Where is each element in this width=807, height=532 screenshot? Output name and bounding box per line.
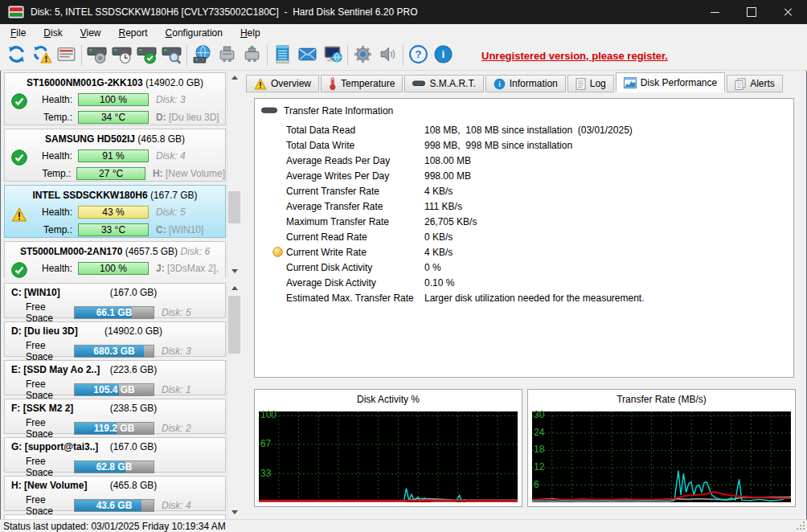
volume-item-2[interactable]: D: [Du lieu 3D](14902.0 GB)Free Space680… xyxy=(4,321,226,357)
toolbar-refresh-button[interactable] xyxy=(4,43,29,68)
disk-item-1[interactable]: ST16000NM001G-2KK103 (14902.0 GB)Health:… xyxy=(4,72,226,125)
temp-bar: 34 °C xyxy=(78,111,149,124)
toolbar-help-button[interactable]: ? xyxy=(406,43,431,68)
disk-item-4[interactable]: ST5000LM000-2AN170 (4657.5 GB) Disk: 6He… xyxy=(4,241,226,278)
register-link[interactable]: Unregistered version, please register. xyxy=(481,50,668,62)
disk-activity-plot: 1006733 xyxy=(259,411,518,502)
volume-item-4[interactable]: F: [SSK M2 2](238.5 GB)Free Space119.2 G… xyxy=(4,399,226,434)
volume-item-6[interactable]: H: [New Volume](465.8 GB)Free Space43.6 … xyxy=(4,476,226,511)
volume-size: (223.6 GB) xyxy=(81,364,186,375)
disk-scrollbar-thumb[interactable] xyxy=(228,191,240,223)
volume-item-1[interactable]: C: [WIN10](167.0 GB)Free Space66.1 GBDis… xyxy=(4,283,226,318)
free-space-row: Free Space105.4 GBDisk: 1 xyxy=(5,379,225,401)
volume-header: D: [Du lieu 3D](14902.0 GB) xyxy=(5,322,225,337)
disk-item-header: ST5000LM000-2AN170 (4657.5 GB) Disk: 6 xyxy=(5,242,225,257)
toolbar-network-status-button[interactable] xyxy=(320,43,345,68)
toolbar-information-button[interactable]: i xyxy=(431,43,456,68)
info-row: Current Transfer Rate4 KB/s xyxy=(255,183,793,198)
volume-scrollbar-thumb[interactable] xyxy=(228,296,240,354)
toolbar-hardware-remove-button[interactable] xyxy=(215,43,240,68)
tab-alerts[interactable]: Alerts xyxy=(727,75,783,92)
pages-icon xyxy=(735,78,746,90)
resize-grip[interactable] xyxy=(796,521,806,531)
disk-item-2[interactable]: SAMSUNG HD502IJ (465.8 GB)Health:91 %Dis… xyxy=(4,129,226,182)
info-row: Current Write Rate4 KB/s xyxy=(255,244,793,260)
disk-model: ST5000LM000-2AN170 xyxy=(20,246,122,257)
close-icon xyxy=(784,7,793,17)
health-ok-icon xyxy=(11,262,27,278)
toolbar-settings-gear-button[interactable] xyxy=(350,43,375,68)
menu-view[interactable]: View xyxy=(72,26,110,40)
volume-item-3[interactable]: E: [SSD May Ao 2..](223.6 GB)Free Space1… xyxy=(4,360,226,395)
free-space-bar: 43.6 GB xyxy=(74,499,154,512)
y-tick-label: 24 xyxy=(534,428,544,437)
menu-configuration[interactable]: Configuration xyxy=(157,26,231,40)
transfer-rate-panel: Transfer Rate Information Total Data Rea… xyxy=(254,98,794,378)
menu-help[interactable]: Help xyxy=(231,26,269,40)
info-label: Current Read Rate xyxy=(286,231,424,243)
row-annotation: Disk: 5 xyxy=(156,207,186,218)
row-annotation: Disk: 5 xyxy=(162,307,191,318)
disk-list: ST16000NM001G-2KK103 (14902.0 GB)Health:… xyxy=(2,71,241,278)
toolbar-hardware-eject-button[interactable] xyxy=(240,43,264,68)
toolbar-log-notepad-button[interactable] xyxy=(270,43,295,68)
toolbar-separator xyxy=(267,45,268,66)
free-space-row: Free Space680.3 GBDisk: 3 xyxy=(5,340,225,362)
svg-text:i: i xyxy=(442,48,445,60)
disk-list-scrollbar[interactable] xyxy=(227,71,241,278)
tab-log[interactable]: Log xyxy=(567,75,614,92)
page-icon xyxy=(576,78,586,90)
info-row: Total Data Read108 MB, 108 MB since inst… xyxy=(255,122,793,137)
menu-report[interactable]: Report xyxy=(110,26,157,40)
free-space-row: Free Space43.6 GBDisk: 4 xyxy=(5,494,225,517)
info-row: Estimated Max. Transfer RateLarger disk … xyxy=(255,290,793,305)
disk-report-icon xyxy=(56,44,76,67)
info-label: Average Reads Per Day xyxy=(286,155,424,166)
toolbar-email-button[interactable] xyxy=(295,43,320,68)
toolbar-disk-test-button[interactable] xyxy=(134,43,159,68)
info-label: Average Writes Per Day xyxy=(286,170,424,182)
scroll-up-icon[interactable] xyxy=(227,281,241,295)
tab-label: Log xyxy=(590,78,606,89)
toolbar-network-disk-button[interactable] xyxy=(190,43,215,68)
health-ok-icon xyxy=(11,93,27,109)
scroll-up-icon[interactable] xyxy=(227,71,241,84)
volume-size: (167.0 GB) xyxy=(81,441,186,452)
minimize-button[interactable] xyxy=(696,0,733,24)
toolbar-disk-report-button[interactable] xyxy=(54,43,79,68)
volume-list-scrollbar[interactable] xyxy=(227,281,241,519)
window-controls xyxy=(696,0,807,24)
close-button[interactable] xyxy=(770,0,807,24)
disk-size: (167.7 GB) xyxy=(148,190,198,201)
disk-item-3[interactable]: INTEL SSDSCKKW180H6 (167.7 GB)Health:43 … xyxy=(4,185,226,238)
tab-disk-performance[interactable]: Disk Performance xyxy=(616,72,725,92)
app-window: Disk: 5, INTEL SSDSCKKW180H6 [CVLY733500… xyxy=(0,0,807,532)
toolbar-sound-alerts-button[interactable] xyxy=(375,43,400,68)
volume-item-5[interactable]: G: [support@tai3..](167.0 GB)Free Space6… xyxy=(4,437,226,473)
toolbar-disk-schedule-button[interactable] xyxy=(109,43,134,68)
thermometer-icon xyxy=(329,77,337,90)
info-row: Average Writes Per Day998.00 MB xyxy=(255,168,793,183)
toolbar-disk-surface-button[interactable] xyxy=(159,43,184,68)
toolbar-disk-acoustic-button[interactable] xyxy=(84,43,109,68)
sound-alerts-icon xyxy=(378,44,398,67)
disk-section-icon xyxy=(261,105,277,117)
menu-disk[interactable]: Disk xyxy=(35,26,71,40)
disk-size: (465.8 GB) xyxy=(135,133,185,145)
tab-temperature[interactable]: Temperature xyxy=(321,75,403,92)
status-bar: Status last updated: 03/01/2025 Friday 1… xyxy=(0,519,807,532)
menu-file[interactable]: File xyxy=(2,26,35,40)
free-space-label: Free Space xyxy=(26,417,72,440)
volume-header: E: [SSD May Ao 2..](223.6 GB) xyxy=(5,361,225,375)
scroll-down-icon[interactable] xyxy=(227,505,241,519)
tab-s-m-a-r-t[interactable]: S.M.A.R.T. xyxy=(404,75,483,92)
toolbar-refresh-alert-button[interactable] xyxy=(29,43,54,68)
maximize-button[interactable] xyxy=(733,0,770,24)
main-area: OverviewTemperatureS.M.A.R.T.iInformatio… xyxy=(243,71,807,519)
tab-information[interactable]: iInformation xyxy=(485,75,566,92)
info-value: 108.00 MB xyxy=(424,155,471,166)
info-icon: i xyxy=(494,78,506,90)
tab-overview[interactable]: Overview xyxy=(246,75,319,92)
free-space-row: Free Space119.2 GBDisk: 2 xyxy=(5,417,225,440)
scroll-down-icon[interactable] xyxy=(227,264,241,278)
